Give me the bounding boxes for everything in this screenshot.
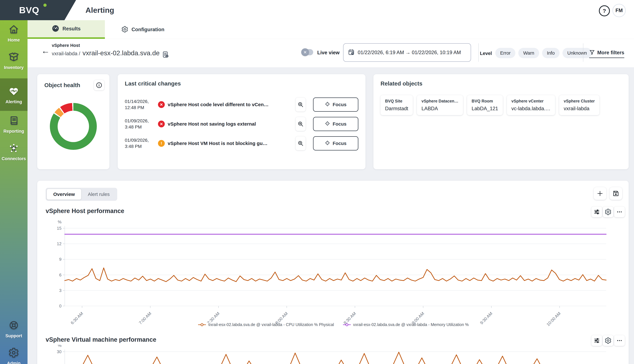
level-filter-error[interactable]: Error — [495, 48, 515, 58]
page-title: Alerting — [85, 0, 114, 20]
crosshair-icon — [325, 102, 330, 108]
sidebar-item-support[interactable]: Support — [0, 319, 28, 338]
gear-icon — [121, 26, 128, 33]
svg-text:8:30 AM: 8:30 AM — [342, 311, 357, 325]
add-widget-button[interactable] — [594, 187, 606, 200]
live-view-toggle[interactable] — [302, 49, 313, 55]
help-icon[interactable]: ? — [599, 5, 610, 16]
object-info-icon[interactable] — [162, 51, 169, 59]
level-filter-info[interactable]: Info — [542, 48, 560, 58]
chart-settings-gear-icon[interactable] — [603, 335, 613, 346]
change-title: vSphere Host VM Host is not blocking gu… — [168, 140, 272, 146]
related-objects-title: Related objects — [380, 80, 422, 87]
svg-text:%: % — [58, 220, 62, 224]
sidebar-item-inventory[interactable]: Inventory — [0, 50, 28, 70]
toggle-x-icon — [301, 48, 309, 56]
module-tabstrip: Results Configuration — [28, 20, 634, 39]
connectors-network-icon — [8, 142, 20, 154]
related-object-chip[interactable]: BVQ Room LabDA_121 — [467, 95, 503, 115]
panel-tab-overview[interactable]: Overview — [47, 189, 81, 200]
crosshair-icon — [325, 121, 330, 127]
tab-configuration[interactable]: Configuration — [105, 20, 181, 39]
sidebar-item-connectors[interactable]: Connectors — [0, 142, 28, 161]
zoom-in-icon[interactable] — [296, 98, 306, 112]
change-title: vSphere Host not saving logs external — [168, 121, 272, 127]
back-arrow-icon[interactable]: ← — [41, 46, 50, 55]
panel-tab-group: OverviewAlert rules — [46, 188, 117, 201]
date-range-value: 01/22/2026, 6:19 AM → 01/22/2026, 10:19 … — [358, 50, 461, 56]
svg-text:0: 0 — [59, 304, 62, 308]
home-icon — [8, 23, 20, 36]
focus-button[interactable]: Focus — [313, 117, 358, 131]
chart-filter-sliders-icon[interactable] — [591, 206, 602, 217]
level-filter-unknown[interactable]: Unknown — [562, 48, 592, 58]
related-object-chip[interactable]: vSphere Cluster vxrail-labda — [559, 95, 599, 115]
crosshair-icon — [325, 140, 330, 146]
svg-text:9: 9 — [59, 257, 62, 262]
sidebar-item-reporting[interactable]: Reporting — [0, 114, 28, 134]
user-avatar[interactable]: FM — [612, 4, 626, 17]
inventory-box-icon — [8, 50, 20, 63]
reporting-book-icon — [8, 114, 20, 127]
zoom-in-icon[interactable] — [296, 136, 306, 150]
vm-performance-chart[interactable]: 30% — [53, 345, 613, 364]
critical-change-row: 01/09/2026,3:48 PM vSphere Host not savi… — [125, 115, 358, 133]
chart-more-ellipsis-icon[interactable] — [614, 206, 625, 217]
bvq-logo[interactable]: BVQ — [0, 0, 76, 20]
chart-settings-gear-icon[interactable] — [603, 206, 613, 217]
critical-changes-list: 01/14/2026,12:48 PM vSphere Host code le… — [125, 96, 358, 152]
related-object-chip[interactable]: vSphere vCenter vc-labda.labda.… — [507, 95, 555, 115]
sidebar-nav: Home Inventory Alerting Reporting Connec… — [0, 20, 28, 364]
info-icon[interactable] — [94, 80, 104, 90]
focus-button[interactable]: Focus — [313, 136, 358, 150]
gauge-icon — [52, 25, 59, 33]
focus-button[interactable]: Focus — [313, 98, 358, 112]
overview-panel: OverviewAlert rules vSphere Host perform… — [37, 181, 629, 364]
level-label: Level — [480, 51, 492, 56]
live-view-label: Live view — [317, 50, 340, 56]
object-health-donut-chart[interactable] — [50, 103, 97, 150]
level-filter-warn[interactable]: Warn — [518, 48, 539, 58]
critical-change-row: 01/09/2026,3:48 PM vSphere Host VM Host … — [125, 134, 358, 152]
alerting-heart-icon — [8, 85, 20, 98]
last-critical-changes-card: Last critical changes 01/14/2026,12:48 P… — [118, 74, 365, 169]
breadcrumb: vSphere Host vxrail-labda / vxrail-esx-0… — [52, 43, 169, 59]
related-object-chip[interactable]: BVQ Site Darmstadt — [380, 95, 413, 115]
related-objects-card: Related objects BVQ Site Darmstadt vSphe… — [373, 74, 629, 169]
date-range-picker[interactable]: 01/22/2026, 6:19 AM → 01/22/2026, 10:19 … — [343, 43, 471, 62]
bvq-logo-text: BVQ — [19, 5, 39, 15]
object-name: vxrail-esx-02.labda.sva.de — [83, 49, 160, 57]
svg-text:10:00 AM: 10:00 AM — [546, 311, 562, 327]
svg-text:9:30 AM: 9:30 AM — [479, 311, 493, 325]
zoom-in-icon[interactable] — [296, 117, 306, 131]
error-badge-icon — [158, 101, 165, 108]
level-filter-group: ErrorWarnInfoUnknown — [495, 48, 592, 58]
critical-change-row: 01/14/2026,12:48 PM vSphere Host code le… — [125, 96, 358, 114]
svg-text:30: 30 — [57, 349, 62, 354]
more-filters-button[interactable]: More filters — [589, 50, 624, 58]
calendar-clock-icon — [348, 49, 355, 56]
object-toolbar: ← vSphere Host vxrail-labda / vxrail-esx… — [28, 39, 634, 68]
chart-filter-sliders-icon[interactable] — [591, 335, 602, 346]
panel-tab-alert-rules[interactable]: Alert rules — [81, 189, 116, 200]
chart-more-ellipsis-icon[interactable] — [614, 335, 625, 346]
sidebar-item-admin[interactable]: Admin — [0, 346, 28, 364]
host-performance-chart[interactable]: 15129630%6:30 AM7:00 AM7:30 AM8:00 AM8:3… — [53, 218, 613, 331]
sidebar-item-home[interactable]: Home — [0, 23, 28, 43]
svg-text:6:30 AM: 6:30 AM — [70, 311, 84, 325]
object-type-label: vSphere Host — [52, 43, 169, 48]
svg-text:%: % — [58, 345, 62, 348]
admin-gear-icon — [8, 346, 20, 359]
related-object-chip[interactable]: vSphere Datacen… LABDA — [417, 95, 463, 115]
funnel-icon — [589, 50, 595, 56]
object-health-card: Object health — [37, 74, 109, 169]
object-health-title: Object health — [44, 82, 80, 88]
sidebar-item-alerting[interactable]: Alerting — [0, 78, 28, 111]
svg-text:8:00 AM: 8:00 AM — [274, 311, 289, 325]
save-layout-button[interactable] — [609, 187, 622, 200]
host-performance-title: vSphere Host performance — [46, 208, 124, 214]
breadcrumb-parent[interactable]: vxrail-labda / — [52, 51, 80, 56]
tab-results[interactable]: Results — [28, 20, 105, 39]
svg-text:6: 6 — [59, 272, 62, 277]
divider — [583, 43, 583, 62]
